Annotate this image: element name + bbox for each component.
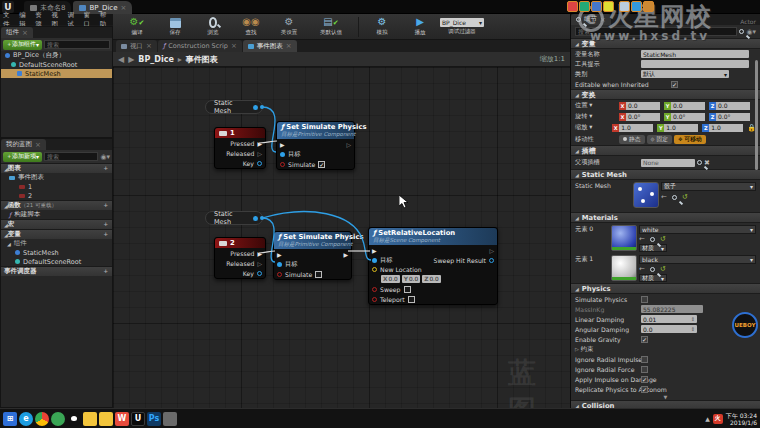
ignore-radial-impulse-checkbox[interactable]: [641, 356, 648, 363]
nav-forward-icon[interactable]: ▶: [128, 55, 134, 64]
close-icon[interactable]: ×: [600, 16, 606, 24]
qq-icon[interactable]: [67, 412, 81, 426]
exec-output-pin[interactable]: ▶: [343, 251, 348, 258]
scale-y-field[interactable]: 1.0: [664, 124, 698, 132]
sockets-section-header[interactable]: ◢插槽: [571, 145, 760, 156]
my-blueprint-search-input[interactable]: [44, 152, 98, 161]
unreal-editor-taskbar-icon[interactable]: U: [131, 412, 145, 426]
overlay-tool-icon-5[interactable]: [619, 1, 630, 12]
tab-event-graph[interactable]: 事件图表×: [243, 40, 297, 52]
add-new-button[interactable]: ＋添加新项▾: [3, 152, 42, 162]
bool-input-pin[interactable]: [277, 272, 282, 277]
close-icon[interactable]: ×: [35, 141, 41, 149]
material-0-dropdown[interactable]: white▾: [639, 225, 756, 234]
variables-section-header[interactable]: ◢ 变量＋: [1, 229, 112, 239]
dispatchers-section-header[interactable]: 事件调度器＋: [1, 266, 112, 276]
exec-input-pin[interactable]: ▶: [280, 141, 285, 148]
browse-to-asset-icon[interactable]: [650, 267, 655, 272]
parent-socket-field[interactable]: None: [641, 159, 695, 167]
bool-input-pin[interactable]: [372, 297, 377, 302]
ignore-radial-force-checkbox[interactable]: [641, 366, 648, 373]
target-input-pin[interactable]: [277, 262, 282, 267]
exec-output-pin[interactable]: ▶: [257, 140, 262, 147]
reset-icon[interactable]: ↺: [660, 265, 666, 273]
exec-output-pin[interactable]: ▷: [489, 247, 494, 254]
close-icon[interactable]: ×: [22, 29, 28, 37]
mobility-stationary-button[interactable]: ⟐固定: [647, 135, 673, 144]
category-dropdown[interactable]: 默认▾: [641, 70, 729, 78]
reset-icon[interactable]: ↺: [660, 235, 666, 243]
hxsd-tray-icon[interactable]: 火: [713, 414, 723, 424]
component-row-staticmesh[interactable]: StaticMesh: [1, 69, 112, 78]
close-icon[interactable]: ×: [231, 42, 237, 50]
overlay-tool-icon-4[interactable]: [603, 1, 614, 12]
exec-output-pin[interactable]: ▷: [257, 150, 262, 157]
key-event-2-item[interactable]: 2: [1, 191, 112, 200]
exec-input-pin[interactable]: ▶: [372, 247, 377, 254]
editable-checkbox[interactable]: ✓: [671, 81, 678, 88]
overlay-tool-icon-3[interactable]: [591, 1, 602, 12]
mesh-dropdown[interactable]: 骰子▾: [661, 182, 756, 191]
overlay-tool-icon-2[interactable]: [579, 1, 590, 12]
key-output-pin[interactable]: [257, 271, 262, 276]
node-key-event-2[interactable]: 2 Pressed▶ Released▷ Key: [214, 237, 266, 279]
rotation-z-field[interactable]: 0.0°: [716, 113, 750, 121]
tab-viewport[interactable]: 视口×: [116, 40, 157, 52]
scale-x-field[interactable]: 1.0: [619, 124, 653, 132]
variable-section-header[interactable]: ◢变量: [571, 38, 760, 49]
overlay-tool-icon-6[interactable]: [631, 1, 642, 12]
key-output-pin[interactable]: [257, 161, 262, 166]
material-0-button[interactable]: 材质▾: [639, 244, 667, 252]
filter-eye-icon[interactable]: ◉▾: [746, 28, 756, 36]
angular-damping-field[interactable]: 0.0⇕: [641, 325, 697, 333]
mobility-movable-button[interactable]: ✥可移动: [674, 135, 706, 144]
linear-damping-field[interactable]: 0.01⇕: [641, 315, 697, 323]
variable-scene-root-item[interactable]: DefaultSceneRoot: [1, 257, 112, 266]
compile-button[interactable]: ⚙✔ 编译: [119, 15, 155, 39]
reset-icon[interactable]: ↺: [682, 193, 688, 201]
variable-name-field[interactable]: StaticMesh: [641, 50, 749, 58]
node-set-simulate-physics-2[interactable]: ƒ Set Simulate Physics 目标是Primitive Comp…: [273, 231, 352, 280]
simulate-button[interactable]: ⚙ 模拟: [364, 15, 400, 39]
use-selected-icon[interactable]: ←: [639, 265, 645, 273]
materials-section-header[interactable]: ◢Materials: [571, 212, 760, 223]
use-selected-icon[interactable]: ←: [661, 193, 667, 201]
simulate-checkbox[interactable]: [315, 271, 322, 278]
macros-section-header[interactable]: ◢ 宏＋: [1, 219, 112, 229]
physics-section-header[interactable]: ◢Physics: [571, 283, 760, 294]
tab-my-blueprint[interactable]: 我的蓝图×: [1, 139, 46, 150]
breadcrumb[interactable]: BP_Dice ▸ 事件图表: [138, 54, 218, 65]
filter-eye-icon[interactable]: ◉▾: [100, 153, 110, 161]
add-function-icon[interactable]: ＋: [103, 201, 110, 210]
variable-staticmesh-item[interactable]: StaticMesh: [1, 248, 112, 257]
node-set-relative-location[interactable]: ƒ SetRelativeLocation 目标是Scene Component…: [368, 227, 498, 305]
wps-icon[interactable]: W: [115, 412, 129, 426]
dice-thumbnail[interactable]: [633, 182, 659, 208]
constraints-row[interactable]: ▷ 约束: [571, 344, 760, 354]
vector-input-pin[interactable]: [372, 267, 377, 272]
bool-input-pin[interactable]: [372, 287, 377, 292]
class-settings-button[interactable]: ⚙ 类设置: [271, 15, 307, 39]
rotation-label[interactable]: 旋转 ▾: [575, 112, 617, 121]
node-static-mesh-getter-1[interactable]: Static Mesh: [205, 100, 263, 114]
apply-impulse-damage-checkbox[interactable]: ✓: [641, 376, 648, 383]
transform-section-header[interactable]: ◢变换: [571, 89, 760, 100]
rotation-y-field[interactable]: 0.0°: [671, 113, 705, 121]
overlay-tool-icon-1[interactable]: [567, 1, 578, 12]
key-event-1-item[interactable]: 1: [1, 182, 112, 191]
add-graph-icon[interactable]: ＋: [103, 164, 110, 173]
new-location-x-field[interactable]: X0.0: [381, 275, 400, 283]
socket-search-icon[interactable]: [697, 160, 702, 165]
simulate-physics-checkbox[interactable]: [641, 296, 648, 303]
save-button[interactable]: 保存: [157, 15, 193, 39]
details-scrollbar[interactable]: [755, 60, 758, 170]
new-location-y-field[interactable]: Y0.0: [402, 275, 420, 283]
use-selected-icon[interactable]: ←: [639, 235, 645, 243]
browse-to-asset-icon[interactable]: [672, 195, 677, 200]
sweep-checkbox[interactable]: [404, 286, 411, 293]
tab-details[interactable]: 细节×: [571, 14, 611, 25]
taskbar-clock[interactable]: 下午 03:24 2019/1/6: [726, 412, 757, 426]
tab-components[interactable]: 组件×: [1, 27, 33, 38]
nav-back-icon[interactable]: ◀: [118, 55, 124, 64]
tooltip-field[interactable]: [641, 60, 749, 68]
